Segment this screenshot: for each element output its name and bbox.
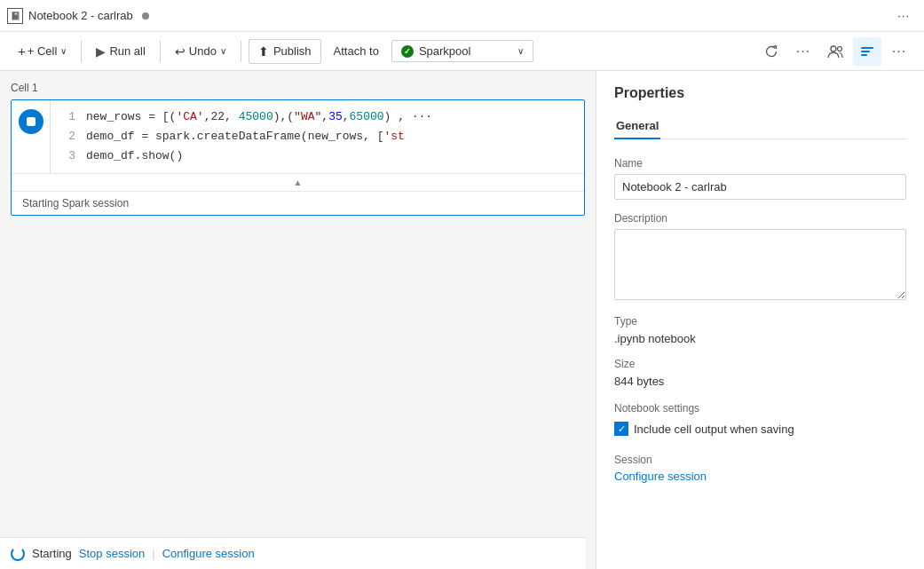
- more-icon: ···: [796, 43, 810, 59]
- include-output-checkbox[interactable]: [614, 422, 628, 436]
- add-cell-button[interactable]: + + Cell ∨: [11, 39, 74, 63]
- plus-icon: +: [18, 43, 26, 59]
- cell-label: Cell 1: [11, 82, 585, 94]
- editor-area: Cell 1 1 new_rows = [('CA',22, 45000),("…: [0, 71, 596, 569]
- attach-to-button[interactable]: Attach to: [325, 40, 388, 62]
- svg-point-0: [831, 46, 836, 51]
- sparkpool-dropdown[interactable]: Sparkpool ∨: [391, 40, 533, 62]
- attach-to-label: Attach to: [334, 44, 379, 58]
- sparkpool-chevron: ∨: [517, 46, 524, 56]
- divider-1: [81, 41, 82, 62]
- description-textarea[interactable]: [614, 229, 906, 300]
- size-label: Size: [614, 358, 906, 370]
- toolbar: + + Cell ∨ ▶ Run all ↩ Undo ∨ ⬆ Publish …: [0, 32, 924, 71]
- configure-session-panel-link[interactable]: Configure session: [614, 470, 707, 483]
- code-line-3: 3 demo_df.show(): [61, 146, 573, 166]
- stop-icon: [27, 117, 36, 126]
- cell-container: 1 new_rows = [('CA',22, 45000),("WA",35,…: [11, 99, 585, 216]
- loading-spinner: [11, 547, 25, 561]
- unsaved-indicator: [142, 12, 149, 20]
- panel-tabs: General: [614, 114, 906, 139]
- svg-rect-4: [861, 54, 867, 56]
- svg-rect-2: [861, 47, 873, 49]
- description-label: Description: [614, 212, 906, 225]
- people-icon-button[interactable]: [821, 37, 849, 66]
- run-all-label: Run all: [109, 44, 145, 58]
- publish-label: Publish: [273, 44, 312, 58]
- undo-icon: ↩: [175, 44, 186, 59]
- cell-output: Starting Spark session: [12, 191, 584, 215]
- divider-3: [241, 41, 241, 62]
- undo-button[interactable]: ↩ Undo ∨: [168, 40, 233, 63]
- name-input[interactable]: [614, 174, 906, 200]
- cell-output-text: Starting Spark session: [22, 197, 129, 209]
- refresh-icon: [764, 44, 778, 59]
- title-bar-right: ···: [890, 4, 917, 27]
- size-value: 844 bytes: [614, 375, 906, 388]
- code-line-1: 1 new_rows = [('CA',22, 45000),("WA",35,…: [61, 107, 573, 127]
- type-label: Type: [614, 315, 906, 328]
- title-bar-left: 📓 Notebook 2 - carlrab: [7, 8, 149, 24]
- type-value: .ipynb notebook: [614, 332, 906, 345]
- toolbar-right: ··· ···: [757, 37, 913, 66]
- title-more-button[interactable]: ···: [890, 4, 917, 27]
- publish-button[interactable]: ⬆ Publish: [249, 39, 321, 64]
- title-bar: 📓 Notebook 2 - carlrab ···: [0, 0, 924, 32]
- undo-chevron: ∨: [220, 46, 226, 56]
- include-output-label: Include cell output when saving: [634, 423, 794, 436]
- status-separator: |: [152, 547, 154, 560]
- notebook-title: Notebook 2 - carlrab: [28, 9, 133, 22]
- collapse-button[interactable]: ▲: [294, 178, 303, 187]
- stop-session-link[interactable]: Stop session: [79, 547, 145, 560]
- properties-panel: Properties General Name Description Type…: [596, 71, 924, 569]
- toolbar-more-button[interactable]: ···: [885, 37, 913, 66]
- sparkpool-name: Sparkpool: [419, 44, 471, 58]
- properties-button[interactable]: [853, 37, 881, 66]
- code-editor[interactable]: 1 new_rows = [('CA',22, 45000),("WA",35,…: [51, 100, 584, 173]
- cell-run-area: [12, 100, 51, 173]
- add-cell-label: + Cell: [28, 44, 58, 58]
- name-label: Name: [614, 157, 906, 170]
- tab-general[interactable]: General: [614, 114, 660, 139]
- publish-icon: ⬆: [258, 44, 269, 59]
- main-layout: Cell 1 1 new_rows = [('CA',22, 45000),("…: [0, 71, 924, 569]
- code-line-2: 2 demo_df = spark.createDataFrame(new_ro…: [61, 127, 573, 146]
- configure-session-link[interactable]: Configure session: [162, 547, 255, 560]
- more-options-button[interactable]: ···: [789, 37, 817, 66]
- spark-status-icon: [401, 45, 414, 58]
- run-all-button[interactable]: ▶ Run all: [89, 40, 152, 63]
- people-icon: [826, 43, 844, 60]
- notebook-icon: 📓: [7, 8, 23, 24]
- svg-rect-3: [861, 51, 870, 52]
- toolbar-more-icon: ···: [892, 43, 906, 59]
- undo-label: Undo: [189, 44, 217, 58]
- session-label: Session: [614, 454, 906, 466]
- include-output-row: Include cell output when saving: [614, 422, 906, 436]
- panel-title: Properties: [614, 85, 906, 101]
- divider-2: [160, 41, 161, 62]
- status-text: Starting: [32, 547, 72, 560]
- properties-icon: [859, 43, 875, 59]
- notebook-settings-label: Notebook settings: [614, 402, 906, 415]
- status-bar: Starting Stop session | Configure sessio…: [0, 537, 586, 569]
- stop-button[interactable]: [19, 109, 43, 134]
- refresh-button[interactable]: [757, 37, 786, 66]
- add-cell-chevron: ∨: [60, 46, 67, 56]
- cell-collapse-bar: ▲: [12, 173, 584, 191]
- cell-code-area: 1 new_rows = [('CA',22, 45000),("WA",35,…: [12, 100, 584, 173]
- svg-point-1: [838, 46, 842, 51]
- play-icon: ▶: [96, 44, 106, 59]
